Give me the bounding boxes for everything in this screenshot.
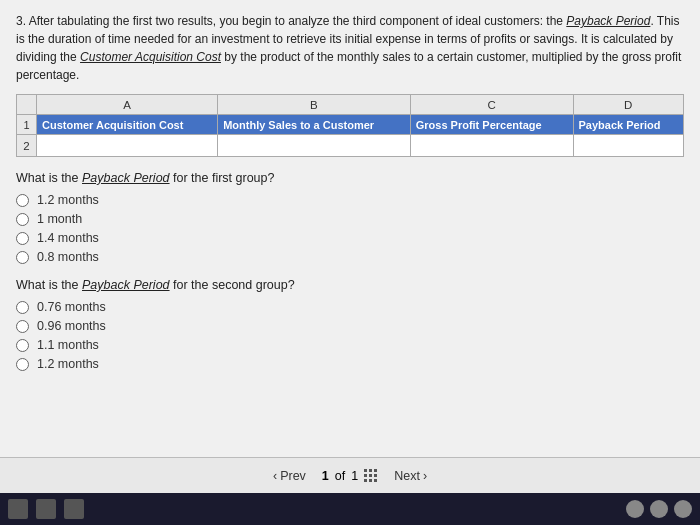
q2-option-1[interactable]: 0.76 months [16,300,684,314]
row-2-col-d[interactable] [573,135,684,157]
question1-options: 1.2 months 1 month 1.4 months 0.8 months [16,193,684,264]
col-d-header: D [573,95,684,115]
q2-option-2[interactable]: 0.96 months [16,319,684,333]
taskbar-start-icon[interactable] [8,499,28,519]
q1-label-2: 1 month [37,212,82,226]
column-header-row: A B C D [17,95,684,115]
prev-chevron-icon: ‹ [273,469,277,483]
q1-label-1: 1.2 months [37,193,99,207]
q2-option-4[interactable]: 1.2 months [16,357,684,371]
sub-q1-italic: Payback Period [82,171,170,185]
page-total: 1 [351,469,358,483]
taskbar-sys-icon-3[interactable] [674,500,692,518]
sub-q2-before: What is the [16,278,82,292]
row-2-col-b[interactable] [218,135,411,157]
taskbar-sys-icon-2[interactable] [650,500,668,518]
q1-radio-1[interactable] [16,194,29,207]
q1-radio-3[interactable] [16,232,29,245]
grid-icon[interactable] [364,469,378,483]
taskbar-right [626,500,692,518]
spreadsheet-container: A B C D 1 Customer Acquisition Cost Mont… [16,94,684,157]
q1-radio-2[interactable] [16,213,29,226]
q2-radio-3[interactable] [16,339,29,352]
q1-option-1[interactable]: 1.2 months [16,193,684,207]
sub-question-2: What is the Payback Period for the secon… [16,278,684,292]
sub-q2-italic: Payback Period [82,278,170,292]
sub-q1-after: for the first group? [170,171,275,185]
sub-q1-before: What is the [16,171,82,185]
row-1-col-d[interactable]: Payback Period [573,115,684,135]
row-2-num: 2 [17,135,37,157]
q1-option-2[interactable]: 1 month [16,212,684,226]
q1-radio-4[interactable] [16,251,29,264]
row-1-col-b[interactable]: Monthly Sales to a Customer [218,115,411,135]
row-2-col-a[interactable] [37,135,218,157]
spreadsheet-row-1: 1 Customer Acquisition Cost Monthly Sale… [17,115,684,135]
q1-label-4: 0.8 months [37,250,99,264]
taskbar-sys-icon-1[interactable] [626,500,644,518]
row-num-header [17,95,37,115]
q2-radio-2[interactable] [16,320,29,333]
page-of-label: of [335,469,345,483]
q2-label-1: 0.76 months [37,300,106,314]
q1-label-3: 1.4 months [37,231,99,245]
spreadsheet: A B C D 1 Customer Acquisition Cost Mont… [16,94,684,157]
col-b-header: B [218,95,411,115]
spreadsheet-row-2: 2 [17,135,684,157]
next-chevron-icon: › [423,469,427,483]
sub-q2-after: for the second group? [170,278,295,292]
q1-option-3[interactable]: 1.4 months [16,231,684,245]
taskbar-app-icon-1[interactable] [36,499,56,519]
page-current: 1 [322,469,329,483]
sub-question-1: What is the Payback Period for the first… [16,171,684,185]
taskbar [0,493,700,525]
row-1-col-c[interactable]: Gross Profit Percentage [410,115,573,135]
q2-label-4: 1.2 months [37,357,99,371]
next-label: Next [394,469,420,483]
col-c-header: C [410,95,573,115]
q2-radio-1[interactable] [16,301,29,314]
question-text-before: After tabulating the first two results, … [29,14,567,28]
q2-radio-4[interactable] [16,358,29,371]
row-1-num: 1 [17,115,37,135]
taskbar-app-icon-2[interactable] [64,499,84,519]
bottom-navigation: ‹ Prev 1 of 1 Next › [0,457,700,493]
q2-option-3[interactable]: 1.1 months [16,338,684,352]
italic-customer-acquisition: Customer Acquisition Cost [80,50,221,64]
question2-options: 0.76 months 0.96 months 1.1 months 1.2 m… [16,300,684,371]
row-2-col-c[interactable] [410,135,573,157]
prev-label: Prev [280,469,306,483]
question-number: 3. [16,14,26,28]
q2-label-2: 0.96 months [37,319,106,333]
row-1-col-a[interactable]: Customer Acquisition Cost [37,115,218,135]
italic-payback-period: Payback Period [566,14,650,28]
prev-button[interactable]: ‹ Prev [273,469,306,483]
question-text: 3. After tabulating the first two result… [16,12,684,84]
next-button[interactable]: Next › [394,469,427,483]
main-content: 3. After tabulating the first two result… [0,0,700,457]
q1-option-4[interactable]: 0.8 months [16,250,684,264]
col-a-header: A [37,95,218,115]
page-info: 1 of 1 [322,469,378,483]
q2-label-3: 1.1 months [37,338,99,352]
